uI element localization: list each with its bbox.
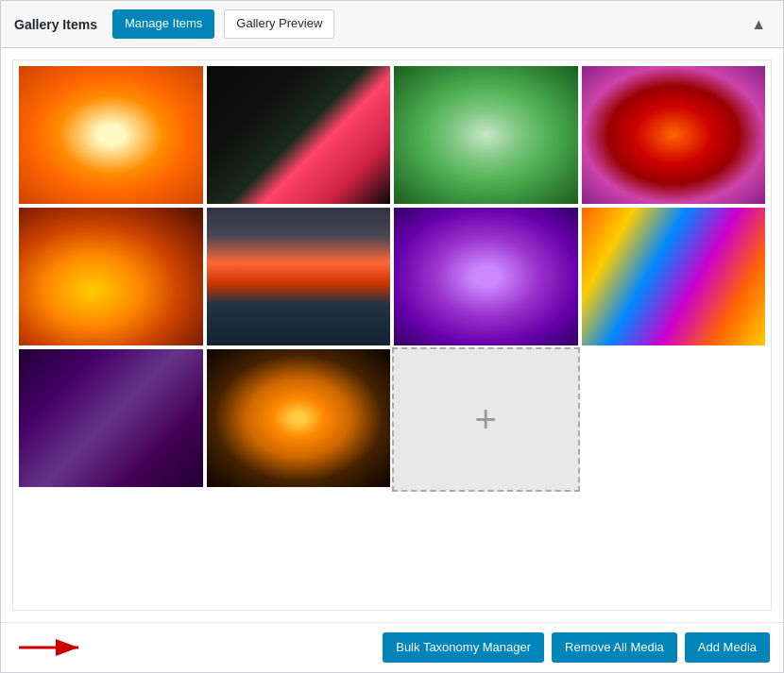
gallery-item[interactable] bbox=[17, 206, 205, 347]
widget-container: Gallery Items Manage Items Gallery Previ… bbox=[0, 0, 784, 673]
gallery-item[interactable] bbox=[205, 206, 393, 347]
tab-manage-items[interactable]: Manage Items bbox=[112, 9, 214, 39]
gallery-image-dandelion bbox=[19, 66, 203, 204]
gallery-scroll-area[interactable]: + bbox=[12, 59, 772, 611]
gallery-grid: + bbox=[13, 60, 771, 496]
tab-gallery-preview[interactable]: Gallery Preview bbox=[224, 9, 334, 39]
gallery-image-green-bokeh bbox=[394, 66, 578, 204]
bulk-taxonomy-button[interactable]: Bulk Taxonomy Manager bbox=[383, 632, 544, 663]
gallery-image-purple-flower bbox=[394, 208, 578, 345]
gallery-image-purple-fabric bbox=[19, 349, 203, 487]
widget-collapse-button[interactable]: ▲ bbox=[747, 12, 770, 37]
arrow-svg bbox=[14, 633, 90, 662]
gallery-item[interactable] bbox=[17, 64, 205, 206]
gallery-item[interactable] bbox=[205, 64, 393, 206]
gallery-item[interactable] bbox=[580, 64, 768, 206]
widget-body: + bbox=[1, 48, 783, 622]
gallery-item[interactable] bbox=[580, 206, 768, 347]
gallery-item[interactable] bbox=[205, 347, 393, 492]
widget-footer: Bulk Taxonomy Manager Remove All Media A… bbox=[1, 622, 783, 672]
add-media-button[interactable]: Add Media bbox=[685, 632, 770, 663]
gallery-add-item-button[interactable]: + bbox=[392, 347, 580, 492]
gallery-item[interactable] bbox=[392, 206, 580, 347]
plus-icon: + bbox=[475, 400, 497, 438]
gallery-image-flower-dark bbox=[207, 66, 391, 204]
gallery-item[interactable] bbox=[392, 64, 580, 206]
gallery-image-autumn-leaves bbox=[582, 66, 766, 204]
gallery-item[interactable] bbox=[17, 347, 205, 492]
remove-all-media-button[interactable]: Remove All Media bbox=[552, 632, 677, 663]
gallery-image-yellow-flower bbox=[19, 208, 203, 345]
gallery-image-swirl bbox=[582, 208, 766, 345]
widget-title: Gallery Items bbox=[14, 17, 97, 32]
gallery-image-sky-blur bbox=[207, 208, 391, 345]
arrow-indicator bbox=[14, 633, 90, 662]
gallery-image-tunnel bbox=[207, 349, 391, 487]
widget-header: Gallery Items Manage Items Gallery Previ… bbox=[1, 1, 783, 48]
